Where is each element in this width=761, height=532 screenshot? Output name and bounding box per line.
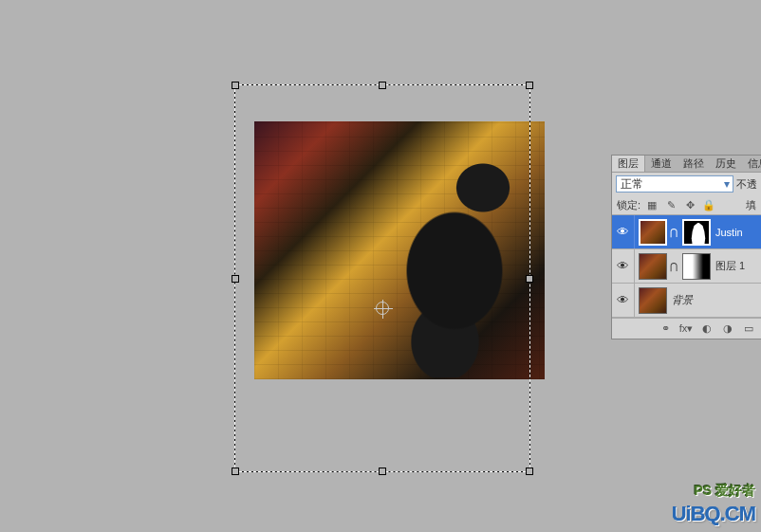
lock-all-icon[interactable]: 🔒 [701, 197, 716, 212]
tab-history[interactable]: 历史 [710, 156, 742, 172]
layer-name[interactable]: 图层 1 [713, 259, 759, 273]
tab-paths[interactable]: 路径 [677, 156, 710, 172]
layers-panel: 图层 通道 路径 历史 信息 正常 不透 锁定: ▦ ✎ ✥ 🔒 填 👁 ⋂ J… [611, 155, 761, 339]
opacity-label: 不透 [736, 177, 757, 192]
lock-position-icon[interactable]: ✥ [682, 197, 697, 212]
watermark-top: PS 爱好者 [694, 483, 755, 500]
lock-pixels-icon[interactable]: ✎ [663, 197, 678, 212]
layer-name[interactable]: 背景 [669, 293, 759, 307]
add-mask-icon[interactable]: ◐ [699, 321, 715, 337]
tab-channels[interactable]: 通道 [645, 156, 677, 172]
layer-row-background[interactable]: 👁 背景 [612, 284, 761, 318]
mask-link-icon[interactable]: ⋂ [669, 227, 678, 237]
new-group-icon[interactable]: ▭ [741, 321, 756, 337]
layer-mask-thumbnail[interactable] [682, 253, 711, 280]
lock-label: 锁定: [617, 198, 640, 212]
adjustment-layer-icon[interactable]: ◑ [720, 321, 735, 337]
layer-thumbnail[interactable] [639, 219, 667, 246]
tab-info[interactable]: 信息 [742, 156, 761, 172]
layer-name[interactable]: Justin [713, 227, 759, 238]
panel-footer: ⚭ fx▾ ◐ ◑ ▭ [612, 318, 761, 339]
fill-label: 填 [746, 198, 756, 212]
blend-opacity-row: 正常 不透 [612, 173, 761, 195]
visibility-toggle-icon[interactable]: 👁 [612, 249, 635, 283]
tab-layers[interactable]: 图层 [612, 156, 645, 172]
layer-thumbnail[interactable] [639, 287, 667, 314]
mask-link-icon[interactable]: ⋂ [669, 261, 678, 271]
transform-handle-bottom-right[interactable] [526, 468, 533, 475]
watermark-bottom: UiBQ.CM [672, 502, 755, 526]
transform-handle-top-left[interactable] [232, 82, 239, 89]
transform-handle-middle-right[interactable] [526, 275, 533, 283]
layer-row-justin[interactable]: 👁 ⋂ Justin [612, 215, 761, 249]
transform-handle-top-center[interactable] [379, 82, 386, 89]
layer-row-layer1[interactable]: 👁 ⋂ 图层 1 [612, 249, 761, 284]
blend-mode-value: 正常 [621, 176, 643, 193]
blend-mode-select[interactable]: 正常 [616, 175, 733, 193]
lock-row: 锁定: ▦ ✎ ✥ 🔒 填 [612, 195, 761, 215]
transform-handle-bottom-center[interactable] [379, 468, 386, 475]
transform-handle-bottom-left[interactable] [232, 468, 239, 475]
panel-tabs: 图层 通道 路径 历史 信息 [612, 156, 761, 173]
transform-bounding-box[interactable] [234, 84, 530, 472]
visibility-toggle-icon[interactable]: 👁 [612, 215, 635, 248]
watermark: PS 爱好者 UiBQ.CM [672, 483, 755, 526]
transform-center-point[interactable] [376, 302, 389, 315]
transform-handle-middle-left[interactable] [232, 275, 239, 283]
transform-handle-top-right[interactable] [526, 82, 533, 89]
layer-style-icon[interactable]: fx▾ [678, 321, 694, 337]
layer-thumbnail[interactable] [639, 253, 667, 280]
layer-mask-thumbnail[interactable] [682, 219, 711, 246]
visibility-toggle-icon[interactable]: 👁 [612, 284, 635, 317]
link-layers-icon[interactable]: ⚭ [658, 321, 673, 337]
lock-transparency-icon[interactable]: ▦ [644, 197, 659, 212]
